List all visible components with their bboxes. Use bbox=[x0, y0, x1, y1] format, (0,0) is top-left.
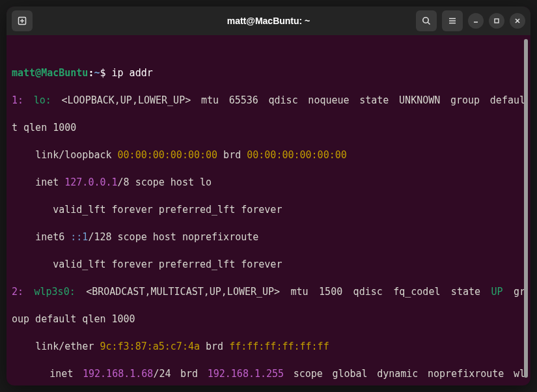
iface2-inet-addr: 192.168.1.68 bbox=[83, 368, 153, 380]
iface1-inet6-addr: ::1 bbox=[70, 231, 88, 243]
iface2-inet-brd: 192.168.1.255 bbox=[208, 368, 284, 380]
iface2-rest-c: oup default qlen 1000 bbox=[12, 313, 525, 326]
title-bar-left bbox=[12, 10, 33, 31]
iface1-name: lo: bbox=[34, 94, 51, 106]
title-bar-right bbox=[416, 10, 525, 31]
new-tab-button[interactable] bbox=[12, 10, 33, 31]
close-button[interactable] bbox=[510, 13, 525, 29]
iface2-index: 2: bbox=[12, 286, 23, 298]
hamburger-menu-button[interactable] bbox=[442, 10, 463, 31]
iface1-brd-addr: 00:00:00:00:00:00 bbox=[247, 149, 347, 161]
iface2-link-label: link/ether bbox=[12, 341, 100, 352]
iface2-brd-label: brd bbox=[200, 341, 229, 352]
iface2-inet-mid: /24 brd bbox=[153, 368, 207, 380]
svg-line-4 bbox=[428, 22, 430, 24]
scrollbar[interactable] bbox=[524, 39, 528, 378]
iface1-inet-valid: valid_lft forever preferred_lft forever bbox=[12, 203, 525, 217]
iface2-rest-a: mtu 1500 qdisc fq_codel state bbox=[291, 286, 480, 298]
maximize-button[interactable] bbox=[489, 13, 504, 29]
iface1-inet-addr: 127.0.0.1 bbox=[64, 176, 117, 188]
iface1-link-label: link/loopback bbox=[12, 149, 118, 161]
search-button[interactable] bbox=[416, 10, 437, 31]
iface1-flags: <LOOPBACK,UP,LOWER_UP> bbox=[62, 94, 191, 106]
iface2-state-up: UP bbox=[491, 286, 503, 298]
iface1-inet-label: inet bbox=[12, 176, 64, 188]
iface1-inet6-rest: /128 scope host noprefixroute bbox=[88, 231, 258, 243]
iface1-brd-label: brd bbox=[217, 149, 247, 161]
title-bar: matt@MacBuntu: ~ bbox=[7, 7, 530, 35]
iface2-inet-rest-a: scope global dynamic noprefixroute wl bbox=[294, 368, 525, 380]
iface2-inet-label: inet bbox=[12, 368, 83, 380]
prompt-user-host: matt@MacBuntu bbox=[12, 67, 88, 79]
minimize-button[interactable] bbox=[468, 13, 484, 29]
iface1-rest-a: mtu 65536 qdisc noqueue state UNKNOWN gr… bbox=[201, 94, 525, 106]
iface2-name: wlp3s0: bbox=[34, 286, 75, 298]
iface1-inet6-valid: valid_lft forever preferred_lft forever bbox=[12, 258, 525, 272]
prompt-dollar: $ bbox=[100, 67, 105, 79]
iface1-link-addr: 00:00:00:00:00:00 bbox=[118, 149, 218, 161]
iface1-rest-b: t qlen 1000 bbox=[12, 121, 525, 135]
iface2-flags: <BROADCAST,MULTICAST,UP,LOWER_UP> bbox=[86, 286, 280, 298]
terminal-viewport[interactable]: matt@MacBuntu:~$ ip addr 1: lo: <LOOPBAC… bbox=[7, 35, 530, 385]
iface1-inet-rest: /8 scope host lo bbox=[118, 176, 212, 188]
iface1-index: 1: bbox=[12, 94, 23, 106]
iface2-brd-addr: ff:ff:ff:ff:ff:ff bbox=[229, 341, 329, 352]
iface2-link-addr: 9c:f3:87:a5:c7:4a bbox=[100, 341, 200, 352]
typed-command: ip addr bbox=[112, 67, 153, 79]
svg-point-3 bbox=[423, 18, 428, 23]
iface1-inet6-label: inet6 bbox=[12, 231, 70, 243]
terminal-window: matt@MacBuntu: ~ bbox=[7, 7, 530, 385]
svg-rect-9 bbox=[495, 19, 499, 23]
